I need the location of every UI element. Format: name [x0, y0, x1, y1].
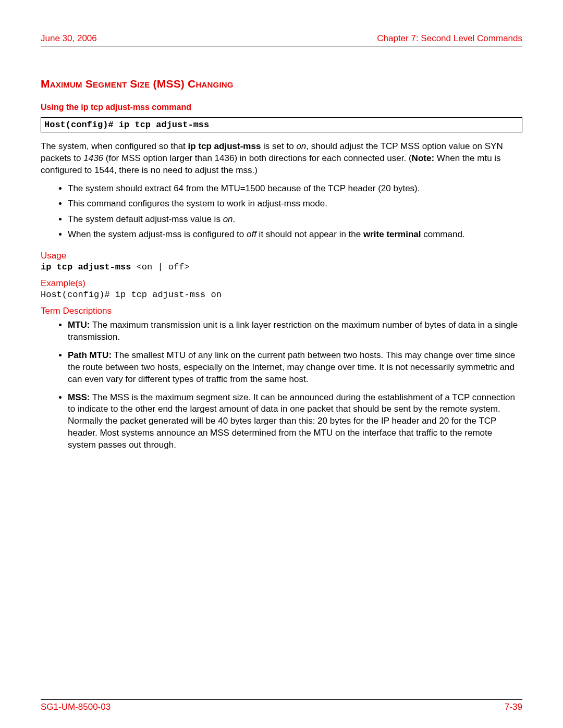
text-fragment: The system default adjust-mss value is: [68, 214, 223, 224]
text-italic: on: [296, 141, 306, 151]
example-command: Host(config)# ip tcp adjust-mss on: [41, 290, 522, 300]
text-bold: ip tcp adjust-mss: [188, 141, 261, 151]
text-fragment: (for MSS option larger than 1436) in bot…: [103, 153, 412, 163]
list-item: The system should extract 64 from the MT…: [68, 182, 522, 195]
term-name: MSS:: [68, 392, 90, 402]
subsection-title: Using the ip tcp adjust-mss command: [41, 103, 522, 112]
text-italic: 1436: [83, 153, 103, 163]
term-name: MTU:: [68, 320, 90, 330]
text-fragment: <on | off>: [137, 262, 190, 272]
text-fragment: command.: [421, 229, 465, 239]
list-item: MTU: The maximum transmission unit is a …: [68, 319, 522, 343]
text-italic: on: [223, 214, 233, 224]
text-fragment: The system, when configured so that: [41, 141, 188, 151]
footer-docid: SG1-UM-8500-03: [41, 702, 111, 712]
text-fragment: .: [233, 214, 236, 224]
usage-label: Usage: [41, 251, 522, 261]
term-body: The MSS is the maximum segment size. It …: [68, 392, 515, 450]
text-fragment: it should not appear in the: [256, 229, 363, 239]
footer-pagenum: 7-39: [505, 702, 522, 712]
term-body: The smallest MTU of any link on the curr…: [68, 350, 515, 384]
text-italic: off: [247, 229, 256, 239]
bullet-list: The system should extract 64 from the MT…: [41, 182, 522, 241]
text-fragment: is set to: [261, 141, 296, 151]
page-header: June 30, 2006 Chapter 7: Second Level Co…: [41, 33, 522, 46]
header-date: June 30, 2006: [41, 33, 97, 44]
list-item: This command configures the system to wo…: [68, 197, 522, 211]
term-name: Path MTU:: [68, 350, 112, 360]
list-item: The system default adjust-mss value is o…: [68, 213, 522, 226]
page-footer: SG1-UM-8500-03 7-39: [41, 699, 522, 712]
command-box: Host(config)# ip tcp adjust-mss: [41, 117, 522, 132]
usage-command: ip tcp adjust-mss <on | off>: [41, 262, 522, 272]
section-title: Maximum Segment Size (MSS) Changing: [41, 78, 522, 90]
text-bold: write terminal: [363, 229, 421, 239]
intro-paragraph: The system, when configured so that ip t…: [41, 141, 522, 177]
text-bold: Note:: [412, 153, 434, 163]
list-item: When the system adjust-mss is configured…: [68, 228, 522, 241]
list-item: Path MTU: The smallest MTU of any link o…: [68, 350, 522, 386]
text-bold: ip tcp adjust-mss: [41, 262, 137, 272]
document-page: June 30, 2006 Chapter 7: Second Level Co…: [0, 0, 563, 728]
term-descriptions-label: Term Descriptions: [41, 306, 522, 316]
list-item: MSS: The MSS is the maximum segment size…: [68, 392, 522, 452]
term-body: The maximum transmission unit is a link …: [68, 320, 518, 342]
term-list: MTU: The maximum transmission unit is a …: [41, 319, 522, 451]
text-fragment: When the system adjust-mss is configured…: [68, 229, 247, 239]
header-chapter: Chapter 7: Second Level Commands: [377, 33, 522, 44]
examples-label: Example(s): [41, 278, 522, 289]
